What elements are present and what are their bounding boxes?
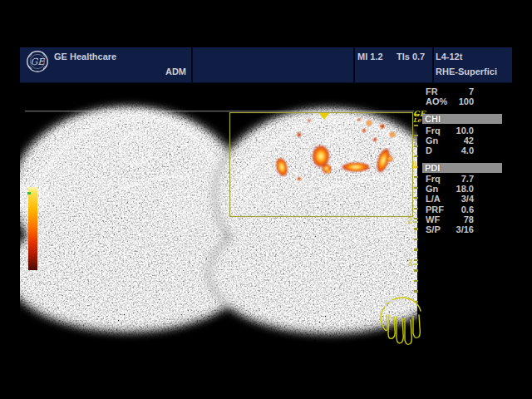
- fr-label: FR: [426, 86, 438, 96]
- pdi-prf-row: PRF 0.6: [426, 204, 474, 214]
- anechoic-vessel-dot: [94, 129, 102, 137]
- pdi-frq-value: 7.7: [461, 174, 474, 184]
- chi-d-label: D: [426, 145, 432, 155]
- svg-text:GE: GE: [31, 57, 47, 67]
- pdi-wf-label: WF: [426, 214, 440, 224]
- chi-gn-value: 42: [464, 135, 474, 145]
- brand-label: GE Healthcare: [54, 52, 116, 62]
- chi-gn-label: Gn: [426, 135, 438, 145]
- pdi-prf-label: PRF: [426, 204, 444, 214]
- mi-readout: MI 1.2: [357, 52, 383, 62]
- pdi-gn-label: Gn: [426, 184, 438, 194]
- pdi-frq-row: Frq 7.7: [426, 174, 474, 184]
- pdi-sp-row: S/P 3/16: [426, 224, 474, 234]
- depth-ruler: [414, 114, 418, 308]
- chi-frq-row: Frq 10.0: [426, 126, 474, 135]
- pdi-frq-label: Frq: [426, 174, 441, 184]
- pdi-mode-header[interactable]: PDI: [422, 163, 502, 173]
- depth-label-2: 2: [405, 216, 412, 225]
- pdi-gn-row: Gn 18.0: [426, 184, 474, 194]
- chi-gn-row: Gn 42: [426, 135, 474, 145]
- doppler-color-bar: [28, 187, 37, 270]
- fr-value: 7: [469, 86, 474, 96]
- chi-d-value: 4.0: [461, 145, 474, 155]
- bone-contour: [120, 134, 151, 165]
- pdi-wf-value: 78: [464, 214, 474, 224]
- operator-id: ADM: [136, 66, 186, 76]
- chi-frq-label: Frq: [426, 126, 441, 135]
- depth-major-tick: [413, 264, 418, 265]
- ao-label: AO%: [426, 96, 447, 106]
- ultrasound-screen: GE GE Healthcare ADM MI 1.2 TIs 0.7 L4-1…: [0, 0, 532, 399]
- header-divider: [191, 47, 193, 82]
- fr-row: FR 7: [426, 86, 474, 96]
- depth-major-tick: [413, 221, 418, 223]
- pdi-sp-value: 3/16: [456, 224, 474, 234]
- body-marker-hand-icon[interactable]: [376, 289, 429, 349]
- header-divider: [432, 47, 434, 82]
- depth-label-3: 3: [405, 259, 412, 268]
- pdi-gn-value: 18.0: [456, 184, 474, 194]
- ultrasound-dual-image: [20, 83, 417, 357]
- chi-mode-header[interactable]: CHI: [422, 114, 502, 124]
- chi-d-row: D 4.0: [426, 145, 474, 155]
- pdi-wf-row: WF 78: [426, 214, 474, 224]
- focus-zone-marker[interactable]: II: [412, 160, 416, 171]
- b-mode-image-left: [20, 108, 249, 331]
- header-bar: GE GE Healthcare ADM MI 1.2 TIs 0.7 L4-1…: [20, 47, 512, 83]
- pdi-sp-label: S/P: [426, 224, 441, 234]
- preset-name: RHE-Superfici: [436, 66, 497, 76]
- color-bar-baseline-marker: [27, 192, 31, 195]
- pdi-la-row: L/A 3/4: [426, 194, 474, 204]
- pdi-la-value: 3/4: [461, 194, 474, 204]
- chi-frq-value: 10.0: [456, 126, 474, 135]
- header-divider: [353, 47, 355, 82]
- ao-value: 100: [459, 96, 474, 106]
- tis-readout: TIs 0.7: [397, 52, 425, 62]
- pdi-prf-value: 0.6: [461, 204, 474, 214]
- probe-name: L4-12t: [436, 52, 462, 62]
- ge-logo-icon: GE: [26, 50, 49, 73]
- ao-row: AO% 100: [426, 96, 474, 106]
- skin-surface-line: [25, 111, 414, 111]
- pdi-la-label: L/A: [426, 194, 441, 204]
